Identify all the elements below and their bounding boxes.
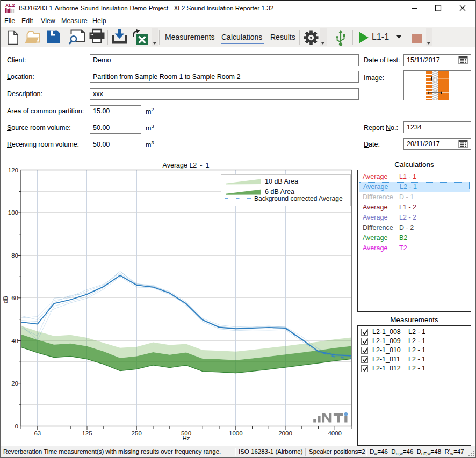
svg-text:XL2: XL2 bbox=[5, 2, 15, 8]
svg-text:4000: 4000 bbox=[328, 430, 342, 437]
svg-text:Background corrected Average: Background corrected Average bbox=[254, 195, 343, 202]
svg-text:250: 250 bbox=[132, 430, 142, 437]
svg-text:1000: 1000 bbox=[229, 430, 243, 437]
svg-text:120: 120 bbox=[8, 167, 18, 173]
svg-text:100: 100 bbox=[8, 209, 18, 216]
svg-text:80: 80 bbox=[11, 252, 18, 259]
svg-text:Hz: Hz bbox=[182, 435, 190, 441]
svg-text:0: 0 bbox=[15, 423, 18, 430]
svg-text:dB: dB bbox=[2, 296, 9, 303]
svg-text:63: 63 bbox=[34, 430, 41, 437]
svg-text:2000: 2000 bbox=[278, 430, 292, 437]
svg-text:10 dB Area: 10 dB Area bbox=[265, 178, 298, 185]
svg-text:125: 125 bbox=[82, 430, 92, 437]
svg-text:Average L2 - 1: Average L2 - 1 bbox=[163, 162, 210, 169]
svg-text:20: 20 bbox=[11, 380, 18, 387]
svg-text:40: 40 bbox=[11, 338, 18, 344]
svg-text:60: 60 bbox=[11, 295, 18, 301]
